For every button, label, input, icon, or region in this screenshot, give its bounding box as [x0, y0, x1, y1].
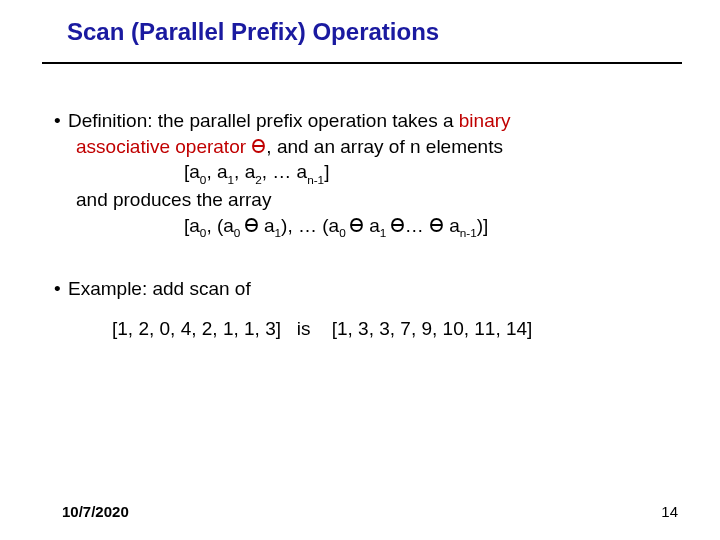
example-is: is: [297, 318, 311, 339]
example-row: [1, 2, 0, 4, 2, 1, 1, 3] is [1, 3, 3, 7,…: [54, 302, 674, 342]
def-array-out: [a0, (a0 ϴ a1), … (a0 ϴ a1 ϴ… ϴ an-1)]: [54, 213, 674, 241]
out-p1s1: 1: [275, 226, 282, 239]
def-line3: and produces the array: [54, 187, 674, 213]
out-p4s: n-1: [460, 226, 477, 239]
def-assoc-op: associative operator ϴ: [76, 136, 266, 157]
arr-c1: , a: [206, 161, 227, 182]
out-p1a: , (a: [206, 215, 233, 236]
sub-0: 0: [200, 173, 207, 186]
out-p2s0: 0: [339, 226, 349, 239]
sub-n1: n-1: [307, 173, 324, 186]
arr-c2: , a: [234, 161, 255, 182]
arr-open: [a: [184, 161, 200, 182]
def-binary: binary: [459, 110, 511, 131]
arr-close: ]: [324, 161, 329, 182]
def-line2a: associative operator: [76, 136, 251, 157]
out-open: [a: [184, 215, 200, 236]
out-p1s0: 0: [234, 226, 244, 239]
out-p1b: a: [259, 215, 275, 236]
sub-1: 1: [228, 173, 235, 186]
slide-title: Scan (Parallel Prefix) Operations: [67, 18, 439, 46]
bullet-dot: •: [54, 276, 68, 302]
footer-page: 14: [661, 503, 678, 520]
def-line1a: Definition: the parallel prefix operatio…: [68, 110, 459, 131]
example-out: [1, 3, 3, 7, 9, 10, 11, 14]: [332, 318, 533, 339]
slide: Scan (Parallel Prefix) Operations •Defin…: [0, 0, 720, 540]
slide-body: •Definition: the parallel prefix operati…: [54, 108, 674, 378]
example-bullet: •Example: add scan of [1, 2, 0, 4, 2, 1,…: [54, 276, 674, 341]
def-line2b: , and an array of n elements: [266, 136, 503, 157]
out-p1c: ), … (a: [281, 215, 339, 236]
out-p2s1: 1: [380, 226, 390, 239]
out-op2: ϴ: [349, 215, 364, 236]
def-line2: associative operator ϴ, and an array of …: [54, 134, 674, 160]
def-array-in: [a0, a1, a2, … an-1]: [54, 159, 674, 187]
out-op3: ϴ: [390, 215, 405, 236]
example-in: [1, 2, 0, 4, 2, 1, 1, 3]: [112, 318, 281, 339]
out-op1: ϴ: [244, 215, 259, 236]
out-p2b: a: [364, 215, 380, 236]
example-lead: Example: add scan of: [68, 278, 251, 299]
bullet-dot: •: [54, 108, 68, 134]
footer-date: 10/7/2020: [62, 503, 129, 520]
out-dots: …: [405, 215, 429, 236]
out-s0: 0: [200, 226, 207, 239]
arr-c3: , … a: [262, 161, 307, 182]
definition-bullet: •Definition: the parallel prefix operati…: [54, 108, 674, 240]
op-symbol: ϴ: [251, 136, 266, 157]
out-p4a: a: [444, 215, 460, 236]
title-underline: [42, 62, 682, 64]
out-close: )]: [477, 215, 489, 236]
out-op4: ϴ: [429, 215, 444, 236]
sub-2: 2: [255, 173, 262, 186]
